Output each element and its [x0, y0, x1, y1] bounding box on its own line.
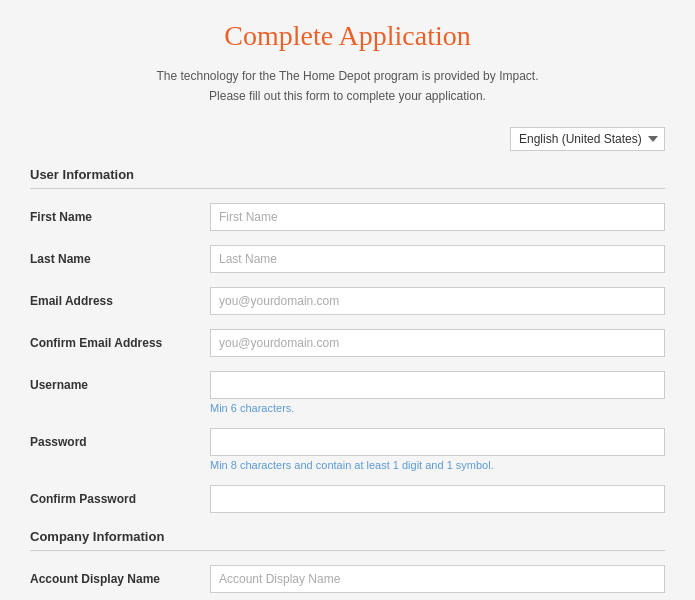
username-hint: Min 6 characters. [210, 402, 665, 414]
confirm-password-label: Confirm Password [30, 485, 210, 506]
page-title: Complete Application [30, 20, 665, 52]
first-name-row: First Name [30, 203, 665, 231]
password-hint: Min 8 characters and contain at least 1 … [210, 459, 665, 471]
username-label: Username [30, 371, 210, 392]
confirm-email-row: Confirm Email Address [30, 329, 665, 357]
email-row: Email Address [30, 287, 665, 315]
subtitle-line1: The technology for the The Home Depot pr… [30, 66, 665, 86]
company-information-section: Company Information Account Display Name [30, 529, 665, 593]
email-field-wrap [210, 287, 665, 315]
username-row: Username Min 6 characters. [30, 371, 665, 414]
page-container: Complete Application The technology for … [0, 0, 695, 600]
last-name-label: Last Name [30, 245, 210, 266]
username-field-wrap: Min 6 characters. [210, 371, 665, 414]
company-information-divider [30, 550, 665, 551]
confirm-email-label: Confirm Email Address [30, 329, 210, 350]
account-display-name-row: Account Display Name [30, 565, 665, 593]
first-name-field-wrap [210, 203, 665, 231]
password-input[interactable] [210, 428, 665, 456]
account-display-name-input[interactable] [210, 565, 665, 593]
subtitle-line2: Please fill out this form to complete yo… [30, 86, 665, 106]
user-information-title: User Information [30, 167, 665, 182]
language-selector-row: English (United States) Spanish French [30, 127, 665, 151]
confirm-password-field-wrap [210, 485, 665, 513]
account-display-name-label: Account Display Name [30, 565, 210, 586]
password-row: Password Min 8 characters and contain at… [30, 428, 665, 471]
account-display-name-field-wrap [210, 565, 665, 593]
last-name-row: Last Name [30, 245, 665, 273]
first-name-input[interactable] [210, 203, 665, 231]
company-information-title: Company Information [30, 529, 665, 544]
user-information-section: User Information First Name Last Name Em… [30, 167, 665, 513]
password-field-wrap: Min 8 characters and contain at least 1 … [210, 428, 665, 471]
confirm-email-field-wrap [210, 329, 665, 357]
last-name-field-wrap [210, 245, 665, 273]
email-label: Email Address [30, 287, 210, 308]
confirm-email-input[interactable] [210, 329, 665, 357]
first-name-label: First Name [30, 203, 210, 224]
password-label: Password [30, 428, 210, 449]
user-information-divider [30, 188, 665, 189]
confirm-password-row: Confirm Password [30, 485, 665, 513]
language-selector[interactable]: English (United States) Spanish French [510, 127, 665, 151]
username-input[interactable] [210, 371, 665, 399]
last-name-input[interactable] [210, 245, 665, 273]
email-input[interactable] [210, 287, 665, 315]
confirm-password-input[interactable] [210, 485, 665, 513]
subtitle: The technology for the The Home Depot pr… [30, 66, 665, 107]
